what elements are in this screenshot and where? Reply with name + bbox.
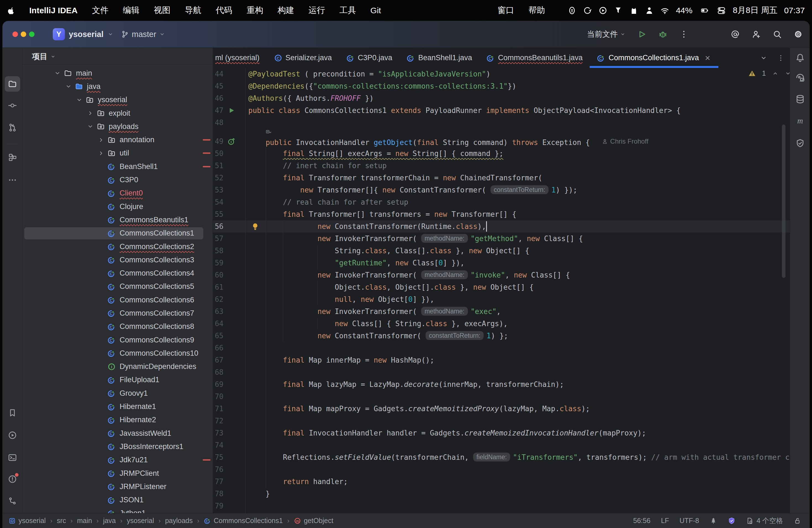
run-gutter-icon[interactable] <box>227 106 236 115</box>
line-number[interactable]: 60 <box>213 269 223 281</box>
app-menu[interactable]: IntelliJ IDEA <box>22 0 85 21</box>
code-line-59[interactable]: 59 "getRuntime", new Class[0] }), <box>213 257 790 269</box>
tree-item-JavassistWeld1[interactable]: CJavassistWeld1 <box>23 427 213 440</box>
line-number[interactable]: 63 <box>213 305 223 318</box>
line-number[interactable]: 57 <box>213 233 223 245</box>
code-line-76[interactable]: 76 <box>213 464 790 475</box>
tree-item-Groovy1[interactable]: CGroovy1 <box>23 386 213 400</box>
pine-tree-icon[interactable] <box>710 517 717 525</box>
inlay-parameter-hint[interactable]: constantToReturn: <box>425 331 484 340</box>
line-number[interactable]: 59 <box>213 257 223 269</box>
code-line-72[interactable]: 72 <box>213 415 790 427</box>
editor-scrollbar[interactable] <box>782 124 785 278</box>
tree-item-JRMPListener[interactable]: CJRMPListener <box>23 480 213 493</box>
code-line-49[interactable]: 49I public InvocationHandler getObject(f… <box>213 135 790 147</box>
tree-item-CommonsCollections3[interactable]: CCommonsCollections3 <box>23 253 213 266</box>
breadcrumb-CommonsCollections1[interactable]: CCommonsCollections1 <box>204 517 283 525</box>
structure-icon[interactable] <box>8 153 17 162</box>
line-number[interactable]: 64 <box>213 318 223 330</box>
code-line-57[interactable]: 57 new InvokerTransformer( methodName:"g… <box>213 233 790 245</box>
breadcrumb-src[interactable]: src <box>57 517 66 525</box>
line-number[interactable]: 61 <box>213 281 223 293</box>
project-panel-header[interactable]: 项目 <box>23 48 213 66</box>
tree-item-java[interactable]: java <box>23 80 213 93</box>
more-icon[interactable] <box>8 175 17 185</box>
tree-item-CommonsBeanutils1[interactable]: CCommonsBeanutils1 <box>23 213 213 226</box>
breadcrumb-ysoserial[interactable]: ysoserial <box>9 517 46 525</box>
tab-options-kebab-icon[interactable] <box>777 54 785 62</box>
line-number[interactable]: 44 <box>213 68 223 80</box>
tree-item-main[interactable]: main <box>23 67 213 80</box>
settings-gear-icon[interactable] <box>794 30 803 39</box>
line-number[interactable]: 78 <box>213 488 223 500</box>
line-number[interactable]: 65 <box>213 330 223 342</box>
code-line-77[interactable]: 77 return handler; <box>213 475 790 488</box>
version-control-icon[interactable] <box>8 496 17 505</box>
ai-assistant-icon[interactable] <box>730 30 740 39</box>
editor-tab-ml-ysoserial-[interactable]: ml (ysoserial) <box>213 48 267 68</box>
tab-close-icon[interactable] <box>704 54 711 62</box>
window-close-button[interactable] <box>12 31 18 37</box>
menu-item-导航[interactable]: 导航 <box>178 0 208 21</box>
code-line-63[interactable]: 63 new InvokerTransformer( methodName:"e… <box>213 305 790 318</box>
breadcrumb-payloads[interactable]: payloads <box>165 517 193 525</box>
tree-item-Jdk7u21[interactable]: CJdk7u21 <box>23 453 213 467</box>
tree-item-CommonsCollections1[interactable]: CCommonsCollections1 <box>23 227 213 240</box>
line-number[interactable]: 49 <box>213 135 223 147</box>
editor-tab-CommonsBeanutils1.java[interactable]: CCommonsBeanutils1.java <box>479 48 590 68</box>
inlay-parameter-hint[interactable]: methodName: <box>421 307 468 316</box>
tree-item-JBossInterceptors1[interactable]: CJBossInterceptors1 <box>23 440 213 453</box>
chevron-down-icon[interactable] <box>76 97 83 104</box>
control-center-icon[interactable] <box>717 6 726 15</box>
code-line-75[interactable]: 75 Reflections.setFieldValue(transformer… <box>213 451 790 464</box>
hidden-tabs-chevron-icon[interactable] <box>760 54 768 62</box>
ai-assistant-icon[interactable] <box>795 73 805 83</box>
code-line-68[interactable]: 68 <box>213 366 790 378</box>
menu-date[interactable]: 8月8日 周五 <box>733 5 778 16</box>
tree-item-CommonsCollections10[interactable]: CCommonsCollections10 <box>23 347 213 360</box>
project-icon[interactable] <box>8 79 17 89</box>
implements-gutter-icon[interactable]: I <box>227 137 236 146</box>
inlay-parameter-hint[interactable]: constantToReturn: <box>491 185 549 194</box>
line-number[interactable]: 76 <box>213 464 223 475</box>
window-minimize-button[interactable] <box>21 31 26 37</box>
line-number[interactable]: 53 <box>213 184 223 196</box>
debug-button[interactable] <box>658 30 668 39</box>
person-icon[interactable] <box>645 6 654 15</box>
tree-item-Hibernate2[interactable]: CHibernate2 <box>23 413 213 427</box>
breadcrumb-main[interactable]: main <box>77 517 92 525</box>
code-line-69[interactable]: 69 final Map lazyMap = LazyMap.decorate(… <box>213 378 790 391</box>
plugin-shield-colored-icon[interactable] <box>728 517 736 525</box>
line-number[interactable]: 45 <box>213 80 223 92</box>
run-configuration-selector[interactable]: 当前文件 <box>587 29 626 40</box>
inlay-parameter-hint[interactable]: fieldName: <box>473 453 510 461</box>
tree-item-Clojure[interactable]: CClojure <box>23 200 213 213</box>
tree-item-CommonsCollections2[interactable]: CCommonsCollections2 <box>23 240 213 253</box>
tree-item-annotation[interactable]: annotation <box>23 133 213 146</box>
line-number[interactable]: 47 <box>213 104 223 117</box>
tree-item-DynamicDependencies[interactable]: IDynamicDependencies <box>23 360 213 373</box>
cat-icon[interactable] <box>629 6 638 15</box>
file-encoding[interactable]: UTF-8 <box>679 517 699 525</box>
line-number[interactable]: 70 <box>213 391 223 402</box>
line-number[interactable]: 62 <box>213 293 223 305</box>
tree-item-util[interactable]: util <box>23 147 213 160</box>
line-number[interactable]: 50 <box>213 147 223 160</box>
code-line-45[interactable]: 45@Dependencies({"commons-collections:co… <box>213 80 790 92</box>
tree-item-CommonsCollections8[interactable]: CCommonsCollections8 <box>23 320 213 333</box>
maven-icon[interactable]: m <box>795 116 805 126</box>
tree-item-CommonsCollections4[interactable]: CCommonsCollections4 <box>23 266 213 280</box>
tree-item-Jython1[interactable]: CJython1 <box>23 507 213 513</box>
code-line-48[interactable]: 48 <box>213 117 790 129</box>
code-editor[interactable]: 44@PayloadTest ( precondition = "isAppli… <box>213 68 790 513</box>
line-number[interactable]: 79 <box>213 500 223 512</box>
tree-item-ysoserial[interactable]: ysoserial <box>23 93 213 107</box>
chevron-right-icon[interactable] <box>98 150 105 157</box>
code-vision-author[interactable]: Chris Frohoff <box>602 135 648 147</box>
indent-settings[interactable]: 4 个空格 <box>746 516 783 525</box>
play-circle-icon[interactable] <box>598 6 607 15</box>
line-number[interactable]: 73 <box>213 427 223 439</box>
tree-item-C3P0[interactable]: CC3P0 <box>23 173 213 186</box>
menu-item-帮助[interactable]: 帮助 <box>521 0 552 21</box>
code-line-64[interactable]: 64 new Class[] { String.class }, execArg… <box>213 318 790 330</box>
